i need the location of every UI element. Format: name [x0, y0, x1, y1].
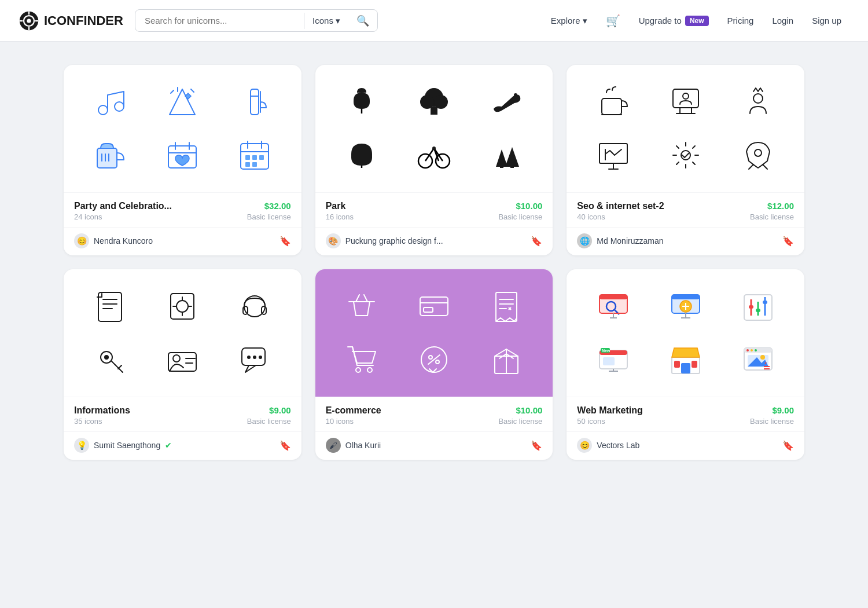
svg-point-40	[104, 355, 109, 360]
author-avatar: 🎨	[326, 233, 341, 248]
icon-bird	[483, 79, 529, 125]
svg-rect-57	[599, 295, 627, 299]
card-informations[interactable]: Informations $9.00 35 icons Basic licens…	[64, 269, 301, 460]
svg-point-45	[253, 356, 256, 359]
bookmark-icon[interactable]: 🔖	[782, 440, 794, 451]
chevron-down-icon: ▾	[336, 16, 340, 26]
nav-explore[interactable]: Explore ▾	[543, 11, 595, 31]
svg-rect-64	[756, 309, 760, 312]
card-author-webmarketing: 😊 Vectors Lab 🔖	[567, 431, 804, 460]
svg-rect-72	[681, 363, 690, 373]
bookmark-icon[interactable]: 🔖	[279, 440, 291, 451]
svg-rect-26	[602, 98, 621, 115]
card-preview-party	[64, 65, 301, 192]
card-license: Basic license	[498, 417, 542, 426]
icon-new-monitor: New	[590, 336, 637, 383]
svg-rect-48	[424, 307, 433, 312]
logo[interactable]: ICONFINDER	[19, 10, 123, 31]
nav-pricing[interactable]: Pricing	[719, 11, 762, 30]
bookmark-icon[interactable]: 🔖	[531, 440, 542, 451]
nav-cart[interactable]: 🛒	[598, 9, 628, 32]
card-park[interactable]: Park $10.00 16 icons Basic license 🎨 Puc…	[315, 65, 553, 255]
card-license: Basic license	[750, 417, 794, 426]
card-info-informations: Informations $9.00 35 icons Basic licens…	[64, 397, 301, 431]
card-info-park: Park $10.00 16 icons Basic license	[315, 192, 553, 227]
search-input[interactable]	[135, 10, 304, 31]
main-content: Party and Celebratio... $32.00 24 icons …	[29, 42, 839, 483]
author-name: Md Moniruzzaman	[597, 236, 663, 246]
svg-point-78	[751, 349, 753, 351]
svg-rect-6	[97, 148, 117, 168]
card-price: $9.00	[772, 405, 794, 415]
card-webmarketing[interactable]: New	[567, 269, 804, 460]
author-info: 😊 Nendra Kuncoro	[74, 233, 153, 248]
logo-text: ICONFINDER	[44, 13, 123, 28]
card-preview-seo	[567, 65, 804, 192]
card-author-park: 🎨 Puckung graphic design f... 🔖	[315, 227, 553, 255]
card-party[interactable]: Party and Celebratio... $32.00 24 icons …	[64, 65, 301, 255]
search-bar: Icons ▾ 🔍	[135, 9, 378, 32]
svg-point-4	[115, 102, 124, 111]
icon-magic	[159, 79, 205, 125]
nav-signup[interactable]: Sign up	[804, 11, 849, 30]
svg-rect-5	[251, 89, 259, 115]
bookmark-icon[interactable]: 🔖	[782, 236, 794, 247]
author-info: 🖌 Olha Kurii	[326, 438, 381, 453]
icon-calendar	[231, 132, 278, 178]
icon-cart	[339, 336, 385, 383]
card-price: $10.00	[516, 405, 542, 415]
nav-login[interactable]: Login	[764, 11, 801, 30]
svg-rect-41	[168, 353, 196, 371]
svg-rect-13	[252, 162, 257, 167]
svg-rect-49	[496, 292, 517, 321]
icon-coffee	[590, 79, 637, 125]
icon-storefront	[663, 336, 709, 383]
verified-icon: ✔	[165, 441, 172, 450]
author-info: 🌐 Md Moniruzzaman	[577, 233, 663, 248]
card-info-ecommerce: E-commerce $10.00 10 icons Basic license	[315, 397, 553, 431]
card-price: $10.00	[516, 201, 542, 211]
card-ecommerce[interactable]: E-commerce $10.00 10 icons Basic license…	[315, 269, 553, 460]
card-seo[interactable]: Seo & internet set-2 $12.00 40 icons Bas…	[567, 65, 804, 255]
author-name: Sumit Saengthong	[94, 441, 160, 450]
svg-rect-17	[431, 107, 437, 115]
author-avatar: 💡	[74, 438, 89, 453]
svg-rect-60	[672, 295, 700, 299]
card-info-webmarketing: Web Marketing $9.00 50 icons Basic licen…	[567, 397, 804, 431]
card-count: 24 icons	[74, 213, 102, 221]
header: ICONFINDER Icons ▾ 🔍 Explore ▾ 🛒 Upgrade…	[0, 0, 868, 42]
author-name: Olha Kurii	[345, 441, 381, 450]
icon-browser-image	[735, 336, 781, 383]
card-title: Informations	[74, 405, 130, 416]
svg-point-46	[259, 356, 262, 359]
icon-receipt	[483, 283, 529, 329]
logo-icon	[19, 10, 39, 31]
svg-rect-68	[603, 357, 615, 365]
card-preview-park	[315, 65, 553, 192]
bookmark-icon[interactable]: 🔖	[531, 236, 542, 247]
svg-rect-10	[252, 155, 257, 160]
icon-document-list	[87, 283, 133, 329]
icon-credit-card	[411, 283, 457, 329]
author-name: Nendra Kuncoro	[94, 236, 153, 246]
bookmark-icon[interactable]: 🔖	[279, 236, 291, 247]
author-info: 🎨 Puckung graphic design f...	[326, 233, 443, 248]
card-title: Party and Celebratio...	[74, 201, 172, 211]
nav-upgrade[interactable]: Upgrade to New	[631, 11, 717, 31]
search-type-dropdown[interactable]: Icons ▾	[304, 16, 348, 26]
icon-sets-grid: Party and Celebratio... $32.00 24 icons …	[64, 65, 804, 460]
search-button[interactable]: 🔍	[348, 14, 377, 27]
svg-point-79	[755, 349, 757, 351]
svg-rect-65	[763, 301, 767, 304]
icon-headset	[231, 283, 278, 329]
svg-rect-63	[749, 305, 753, 309]
icon-equalizer	[735, 283, 781, 329]
author-avatar: 😊	[74, 233, 89, 248]
card-license: Basic license	[750, 213, 794, 221]
card-count: 10 icons	[326, 417, 354, 426]
svg-point-32	[755, 149, 762, 156]
author-info: 😊 Vectors Lab	[577, 438, 639, 453]
card-author-ecommerce: 🖌 Olha Kurii 🔖	[315, 431, 553, 460]
new-badge: New	[685, 16, 709, 26]
svg-point-34	[176, 301, 188, 312]
